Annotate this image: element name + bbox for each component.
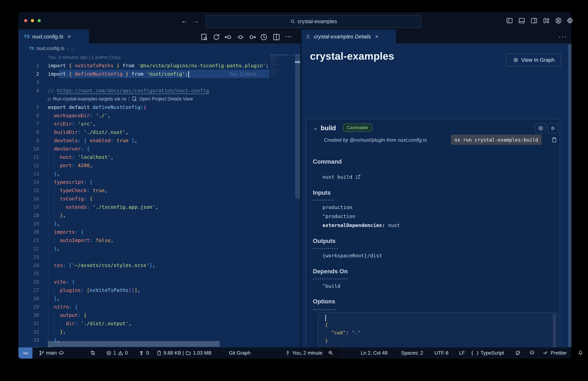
code-lines[interactable]: You, 3 minutes ago | 1 author (You)1impo… [18, 53, 269, 347]
line-number[interactable]: 20 [18, 228, 39, 236]
code-line[interactable]: 4// https://nuxt.com/docs/api/configurat… [18, 86, 269, 95]
code-editor[interactable]: You, 3 minutes ago | 1 author (You)1impo… [18, 53, 301, 347]
target-name[interactable]: build [321, 124, 336, 132]
line-number[interactable]: 3 [18, 78, 39, 86]
navigate-back-icon[interactable]: ← [180, 17, 189, 25]
options-code-box[interactable]: { "cwd": "."} [318, 312, 557, 347]
next-change-icon[interactable] [248, 33, 256, 41]
focus-target-button[interactable] [536, 123, 546, 134]
customize-layout-icon[interactable] [543, 17, 550, 24]
line-number[interactable]: 18 [18, 211, 39, 220]
minimize-traffic-light[interactable] [31, 19, 34, 22]
line-number[interactable]: 16 [18, 195, 39, 203]
line-number[interactable]: 33 [18, 336, 39, 344]
codelens-row[interactable]: ▷Run crystal-examples targets via nx|Ope… [18, 95, 269, 103]
line-number[interactable]: 12 [18, 161, 39, 170]
split-editor-icon[interactable] [272, 33, 281, 41]
line-number[interactable]: 31 [18, 319, 39, 328]
line-number[interactable]: 19 [18, 220, 39, 228]
editor-horizontal-scrollbar[interactable] [48, 341, 220, 347]
breadcrumb-symbol[interactable]: ... [71, 45, 75, 51]
line-number[interactable]: 7 [18, 120, 39, 128]
line-number[interactable]: 11 [18, 153, 39, 161]
line-number[interactable]: 6 [18, 111, 39, 120]
toggle-panel-icon[interactable] [518, 17, 525, 24]
panel-more-actions-icon[interactable]: ··· [558, 33, 567, 41]
line-number[interactable]: 15 [18, 186, 39, 195]
code-line[interactable]: 18 }, [18, 211, 269, 220]
panel-scrollbar[interactable] [568, 44, 572, 347]
line-number[interactable]: 34 [18, 344, 39, 347]
compare-item[interactable] [90, 347, 96, 359]
line-number[interactable]: 26 [18, 278, 39, 286]
collapse-chevron-icon[interactable] [313, 126, 318, 132]
code-line[interactable]: 14 typescript: { [18, 178, 269, 186]
language-item[interactable]: { } TypeScript [471, 347, 504, 359]
code-line[interactable]: 6 workspaceDir: './', [18, 111, 269, 120]
code-line[interactable]: 8 buildDir: './dist/.nuxt', [18, 128, 269, 136]
more-actions-icon[interactable]: ⋯ [285, 33, 293, 41]
line-number[interactable]: 32 [18, 328, 39, 336]
toggle-secondary-sidebar-icon[interactable] [530, 17, 538, 24]
breadcrumb-file[interactable]: nuxt.config.ts [36, 45, 64, 51]
line-number[interactable]: 29 [18, 303, 39, 311]
code-line[interactable]: 2import { defineNuxtConfig } from 'nuxt/… [18, 70, 269, 78]
indentation-item[interactable]: Spaces: 2 [401, 347, 423, 359]
open-changes-icon[interactable] [200, 33, 208, 41]
eol-item[interactable]: LF [459, 347, 465, 359]
code-line[interactable]: 22 }, [18, 245, 269, 253]
code-line[interactable]: 27 plugins: [nxViteTsPaths()], [18, 286, 269, 294]
view-in-graph-button[interactable]: View In Graph [506, 53, 561, 67]
code-line[interactable]: 20 imports: { [18, 228, 269, 236]
gitlens-item[interactable] [515, 347, 521, 359]
line-number[interactable]: 24 [18, 261, 39, 269]
line-number[interactable]: 17 [18, 203, 39, 211]
line-number[interactable]: 9 [18, 136, 39, 145]
file-history-icon[interactable] [260, 33, 268, 41]
code-line[interactable]: 28 }, [18, 294, 269, 303]
remote-indicator[interactable]: >< [18, 347, 32, 359]
code-line[interactable]: 16 tsConfig: { [18, 195, 269, 203]
line-number[interactable]: 21 [18, 236, 39, 245]
editor-vertical-scrollbar[interactable] [295, 54, 300, 198]
code-line[interactable]: 29 nitro: { [18, 303, 269, 311]
code-line[interactable]: 31 dir: './dist/.output', [18, 319, 269, 328]
code-line[interactable]: 10 devServer: { [18, 145, 269, 153]
settings-gear-icon[interactable] [566, 17, 574, 24]
line-number[interactable]: 2 [18, 70, 39, 78]
cursor-position-item[interactable]: Ln 2, Col 48 [361, 347, 387, 359]
line-number[interactable]: 22 [18, 245, 39, 253]
toggle-primary-sidebar-icon[interactable] [506, 17, 513, 24]
copy-icon[interactable] [551, 136, 557, 143]
broadcast-item[interactable]: 0 [139, 347, 149, 359]
run-command-chip[interactable]: nx run crystal-examples:build [451, 135, 542, 145]
options-scrollbar[interactable] [553, 314, 556, 347]
tab-close-icon[interactable]: × [68, 33, 71, 40]
encoding-item[interactable]: UTF-8 [434, 347, 448, 359]
code-line[interactable]: 5export default defineNuxtConfig({ [18, 103, 269, 111]
code-line[interactable]: 23 [18, 253, 269, 261]
line-number[interactable]: 30 [18, 311, 39, 319]
code-line[interactable]: 24 css: ['~/assets/css/styles.scss'], [18, 261, 269, 269]
zoom-item[interactable] [322, 347, 339, 359]
code-line[interactable]: 30 output: { [18, 311, 269, 319]
line-number[interactable]: 27 [18, 286, 39, 294]
line-number[interactable]: 14 [18, 178, 39, 186]
line-number[interactable]: 25 [18, 269, 39, 278]
change-marker-icon[interactable] [236, 33, 245, 41]
code-line[interactable]: 15 typeCheck: true, [18, 186, 269, 195]
code-line[interactable]: 3 [18, 78, 269, 86]
command-center-search[interactable]: crystal-examples [206, 15, 421, 28]
run-target-button[interactable] [548, 123, 558, 134]
code-line[interactable]: 12 port: 4200, [18, 161, 269, 170]
line-number[interactable]: 13 [18, 170, 39, 178]
line-number[interactable]: 28 [18, 294, 39, 303]
line-number[interactable]: 1 [18, 61, 39, 70]
close-traffic-light[interactable] [24, 19, 27, 22]
formatter-item[interactable]: Prettier [543, 347, 567, 359]
line-number[interactable]: 23 [18, 253, 39, 261]
refresh-icon[interactable] [212, 33, 220, 41]
code-line[interactable]: 7 srcDir: 'src', [18, 120, 269, 128]
code-line[interactable]: 17 extends: './tsconfig.app.json', [18, 203, 269, 211]
line-number[interactable]: 5 [18, 103, 39, 111]
